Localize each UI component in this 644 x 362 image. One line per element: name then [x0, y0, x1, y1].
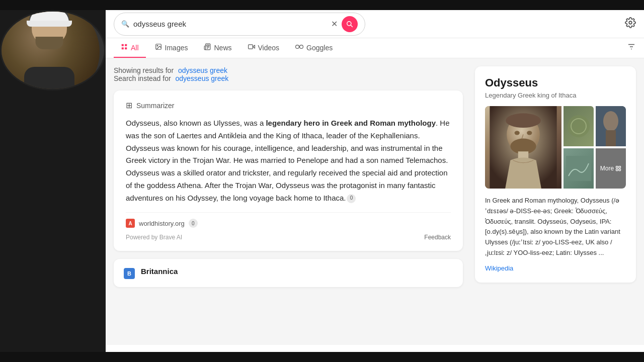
small-image-3[interactable]: [564, 148, 594, 189]
main-content: Showing results for odysseus greek Searc…: [106, 58, 644, 345]
main-image[interactable]: [485, 106, 561, 189]
britannica-favicon: B: [124, 268, 135, 279]
svg-point-8: [157, 45, 158, 46]
svg-rect-33: [619, 169, 621, 171]
source-favicon: A: [126, 219, 135, 228]
knowledge-panel-title: Odysseus: [485, 76, 626, 89]
svg-rect-3: [122, 44, 124, 46]
search-prefix-icon: 🔍: [121, 20, 129, 28]
tab-images-label: Images: [165, 44, 188, 52]
tab-all-label: All: [131, 44, 139, 52]
person-beard: [36, 37, 63, 49]
wikipedia-link[interactable]: Wikipedia: [485, 264, 513, 272]
svg-rect-31: [619, 166, 621, 168]
knowledge-panel: Odysseus Legendary Greek king of Ithaca: [475, 66, 636, 283]
person-cap-brim: [27, 21, 72, 27]
more-images-label: More: [600, 165, 614, 172]
corrected-search-link[interactable]: odysseus greek: [178, 66, 227, 74]
tab-all[interactable]: All: [114, 38, 146, 58]
tab-goggles-label: Goggles: [306, 44, 333, 52]
source-ref-num: 0: [189, 219, 198, 228]
tab-images[interactable]: Images: [148, 38, 195, 58]
powered-by-row: Powered by Brave AI Feedback: [126, 234, 451, 241]
settings-button[interactable]: [625, 17, 636, 31]
svg-point-12: [300, 45, 303, 49]
small-image-1[interactable]: [564, 106, 594, 146]
tab-news[interactable]: News: [197, 38, 238, 58]
knowledge-panel-subtitle: Legendary Greek king of Ithaca: [485, 92, 626, 99]
summarizer-header: ⊞ Summarizer: [126, 101, 451, 110]
filter-button[interactable]: [627, 42, 636, 54]
clear-search-button[interactable]: ✕: [331, 20, 338, 28]
svg-rect-29: [566, 156, 591, 181]
all-tab-icon: [121, 43, 128, 52]
summarizer-icon: ⊞: [126, 101, 132, 110]
person-head: [32, 10, 67, 44]
svg-rect-28: [606, 130, 616, 146]
more-images-button[interactable]: More: [596, 148, 626, 189]
svg-marker-9: [253, 45, 255, 48]
images-tab-icon: [155, 43, 162, 52]
svg-rect-10: [248, 45, 253, 49]
tabs-bar: All Images News Videos Goggles: [106, 38, 644, 58]
tab-news-label: News: [214, 44, 231, 52]
videos-tab-icon: [248, 43, 255, 52]
spell-check-notice: Showing results for odysseus greek Searc…: [114, 66, 463, 82]
news-tab-icon: [204, 43, 211, 52]
feedback-button[interactable]: Feedback: [424, 234, 451, 241]
left-column: Showing results for odysseus greek Searc…: [114, 66, 463, 337]
top-bar: [0, 0, 644, 10]
search-instead-text: Search instead for: [114, 74, 171, 82]
svg-line-1: [351, 25, 353, 27]
search-input[interactable]: [133, 20, 327, 28]
svg-rect-4: [125, 44, 127, 46]
image-grid: More: [485, 106, 626, 189]
webcam-overlay: [0, 10, 106, 90]
source-name: worldhistory.org: [139, 220, 185, 227]
tab-videos-label: Videos: [258, 44, 280, 52]
svg-point-11: [296, 45, 299, 49]
source-row: A worldhistory.org 0: [126, 212, 451, 228]
summarizer-label: Summarizer: [136, 102, 174, 110]
knowledge-panel-description: In Greek and Roman mythology, Odysseus (…: [485, 196, 626, 258]
search-box: 🔍 ✕: [114, 13, 365, 36]
powered-by-text: Powered by Brave AI: [126, 234, 182, 241]
britannica-title[interactable]: Britannica: [141, 267, 178, 276]
svg-rect-30: [616, 166, 618, 168]
right-column: Odysseus Legendary Greek king of Ithaca: [475, 66, 636, 337]
svg-rect-6: [125, 47, 127, 49]
summarizer-card: ⊞ Summarizer Odysseus, also known as Uly…: [114, 90, 463, 251]
svg-point-2: [629, 21, 632, 24]
original-search-link[interactable]: odyesseus greek: [176, 74, 229, 82]
svg-point-0: [347, 21, 351, 25]
svg-rect-5: [122, 47, 124, 49]
person-body: [24, 67, 74, 90]
britannica-result-card: B Britannica: [114, 259, 463, 287]
search-submit-button[interactable]: [342, 16, 358, 32]
summarizer-body: Odysseus, also known as Ulysses, was a l…: [126, 117, 451, 204]
tab-goggles[interactable]: Goggles: [288, 38, 340, 58]
showing-results-text: Showing results for: [114, 66, 174, 74]
nav-bar: 🔍 ✕: [106, 10, 644, 38]
svg-point-20: [515, 131, 520, 135]
reference-number: 0: [347, 194, 356, 203]
svg-point-19: [506, 113, 541, 128]
svg-point-21: [527, 131, 532, 135]
svg-point-27: [603, 111, 618, 131]
browser-area: 🔍 ✕ All: [106, 10, 644, 352]
svg-rect-32: [616, 169, 618, 171]
small-image-2[interactable]: [596, 106, 626, 146]
bottom-bar: [0, 352, 644, 362]
tab-videos[interactable]: Videos: [241, 38, 287, 58]
goggles-tab-icon: [295, 43, 303, 52]
